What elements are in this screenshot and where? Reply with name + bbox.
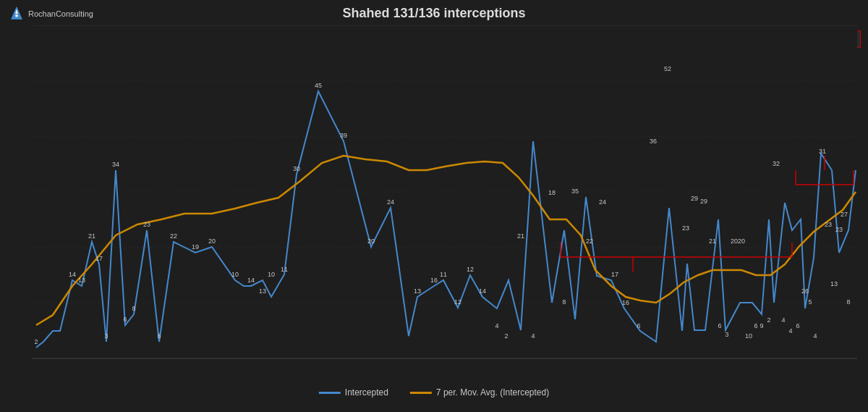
legend-blue-line xyxy=(319,392,341,394)
svg-text:14: 14 xyxy=(479,287,486,295)
svg-text:2: 2 xyxy=(504,332,508,340)
svg-text:23: 23 xyxy=(825,221,832,228)
svg-text:3: 3 xyxy=(725,331,728,338)
svg-text:22: 22 xyxy=(586,237,593,245)
chart-legend: Intercepted 7 per. Mov. Avg. (Intercepte… xyxy=(319,387,549,398)
legend-intercepted-label: Intercepted xyxy=(345,387,388,398)
logo: RochanConsulting xyxy=(9,6,93,22)
svg-text:29: 29 xyxy=(691,195,698,202)
svg-text:8: 8 xyxy=(846,298,850,306)
svg-text:13: 13 xyxy=(414,287,421,295)
legend-gold-line xyxy=(410,392,432,394)
svg-text:12: 12 xyxy=(454,298,461,306)
svg-text:24: 24 xyxy=(599,198,606,206)
svg-text:20: 20 xyxy=(738,237,745,245)
svg-text:20: 20 xyxy=(731,237,738,245)
svg-text:3: 3 xyxy=(104,332,108,340)
svg-text:34: 34 xyxy=(112,161,119,168)
svg-text:10: 10 xyxy=(231,271,239,278)
svg-text:20: 20 xyxy=(367,237,375,245)
svg-text:21: 21 xyxy=(709,237,716,245)
svg-text:19: 19 xyxy=(192,243,199,251)
svg-text:14: 14 xyxy=(247,277,255,284)
svg-text:6: 6 xyxy=(123,316,127,323)
svg-text:30: 30 xyxy=(293,165,300,172)
svg-text:21: 21 xyxy=(88,232,95,240)
svg-text:4: 4 xyxy=(813,332,817,340)
svg-text:11: 11 xyxy=(281,266,288,273)
svg-text:8: 8 xyxy=(132,305,135,312)
svg-text:21: 21 xyxy=(517,232,524,240)
svg-text:35: 35 xyxy=(571,188,579,195)
svg-text:39: 39 xyxy=(340,132,347,139)
chart-title: Shahed 131/136 interceptions xyxy=(342,6,525,21)
svg-text:18: 18 xyxy=(548,189,556,196)
svg-text:16: 16 xyxy=(430,277,438,284)
svg-text:13: 13 xyxy=(78,277,85,284)
svg-text:29: 29 xyxy=(700,198,707,205)
svg-text:6: 6 xyxy=(637,322,640,329)
legend-moving-avg-label: 7 per. Mov. Avg. (Intercepted) xyxy=(436,387,549,398)
svg-text:11: 11 xyxy=(440,271,447,278)
svg-text:12: 12 xyxy=(467,266,474,273)
svg-text:6: 6 xyxy=(754,322,757,329)
svg-text:24: 24 xyxy=(387,198,394,206)
svg-text:45: 45 xyxy=(315,82,322,89)
svg-text:4: 4 xyxy=(788,327,792,335)
chart-container: RochanConsulting Shahed 131/136 intercep… xyxy=(0,0,868,412)
svg-text:20: 20 xyxy=(208,237,216,245)
svg-text:4: 4 xyxy=(531,332,535,340)
svg-text:23: 23 xyxy=(143,221,150,228)
legend-intercepted: Intercepted xyxy=(319,387,388,398)
svg-text:10: 10 xyxy=(268,271,275,278)
svg-text:17: 17 xyxy=(95,255,103,262)
svg-text:26: 26 xyxy=(801,287,809,295)
svg-text:16: 16 xyxy=(622,299,629,306)
svg-text:6: 6 xyxy=(157,332,161,340)
svg-text:6: 6 xyxy=(796,322,799,329)
svg-text:14: 14 xyxy=(69,271,76,278)
svg-text:22: 22 xyxy=(170,232,177,240)
svg-text:4: 4 xyxy=(495,322,498,329)
svg-point-2 xyxy=(15,14,18,17)
svg-text:10: 10 xyxy=(745,332,752,340)
svg-text:52: 52 xyxy=(664,65,671,72)
svg-text:23: 23 xyxy=(835,226,843,233)
svg-text:31: 31 xyxy=(819,148,826,155)
svg-text:2: 2 xyxy=(767,316,770,324)
svg-text:13: 13 xyxy=(830,280,838,287)
svg-text:4: 4 xyxy=(781,316,785,324)
svg-text:36: 36 xyxy=(650,138,657,145)
svg-text:2: 2 xyxy=(34,338,38,345)
svg-text:32: 32 xyxy=(773,160,780,167)
svg-text:17: 17 xyxy=(611,271,618,278)
svg-text:6: 6 xyxy=(718,322,721,329)
svg-text:8: 8 xyxy=(562,298,566,306)
legend-moving-avg: 7 per. Mov. Avg. (Intercepted) xyxy=(410,387,549,398)
svg-text:27: 27 xyxy=(841,211,848,218)
main-chart: 0 10 20 30 40 50 60 2 14 13 21 17 3 34 6… xyxy=(33,25,857,380)
svg-text:13: 13 xyxy=(259,287,266,295)
svg-text:9: 9 xyxy=(760,322,763,329)
svg-text:23: 23 xyxy=(682,224,689,232)
logo-text: RochanConsulting xyxy=(28,9,93,18)
svg-text:5: 5 xyxy=(808,298,812,306)
